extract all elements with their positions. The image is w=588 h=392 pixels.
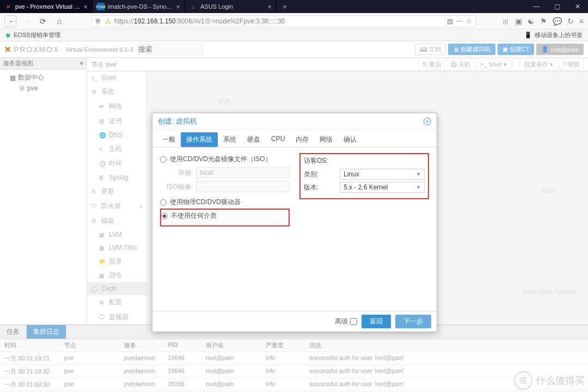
- extension-icon-2[interactable]: ⚑: [540, 17, 547, 26]
- dialog-tab-2[interactable]: 系统: [218, 132, 242, 147]
- tab-tasks[interactable]: 任务: [0, 325, 27, 339]
- home-button[interactable]: ⌂: [53, 17, 65, 26]
- dialog-tab-5[interactable]: 内存: [290, 132, 314, 147]
- shell-button[interactable]: >_Shell ▾: [476, 59, 511, 70]
- url-input[interactable]: ⛨ ⚠ https://192.168.1.150:8006/#v1:0:=no…: [91, 15, 476, 27]
- task-row[interactable]: 一月 30 21:19:21pvepvedaemon13646root@pami…: [0, 352, 588, 365]
- advanced-checkbox[interactable]: [350, 318, 357, 325]
- minimize-button[interactable]: —: [526, 0, 547, 13]
- bookmark-item[interactable]: ◉ EOSS报销单管理: [5, 31, 60, 39]
- create-ct-button[interactable]: ▣创建CT: [498, 44, 535, 55]
- chat-icon[interactable]: 💬: [553, 17, 562, 26]
- col-node[interactable]: 节点: [64, 341, 124, 350]
- nav-ceph-monitor[interactable]: 🖵监视器: [87, 310, 146, 324]
- radio-no-media[interactable]: 不使用任何介质: [161, 210, 272, 222]
- nav-zfs[interactable]: ▦ZFS: [87, 269, 146, 282]
- storage-select[interactable]: local: [196, 167, 290, 178]
- nav-forward-button[interactable]: →: [21, 17, 33, 26]
- nav-shell[interactable]: >_>_ ShellShell: [87, 71, 146, 84]
- nav-back-button[interactable]: ←: [4, 15, 16, 27]
- nav-syslog[interactable]: ≣Syslog: [87, 171, 146, 184]
- user-menu[interactable]: 👤root@pam: [536, 44, 584, 55]
- task-row[interactable]: 一月 30 21:18:32pvepvedaemon13646root@pami…: [0, 365, 588, 378]
- col-message[interactable]: 消息: [309, 341, 584, 350]
- radio-iso[interactable]: 使用CD/DVD光盘镜像文件（ISO）: [160, 153, 290, 166]
- field-label: 类别:: [304, 170, 336, 179]
- library-icon[interactable]: ⫼: [502, 17, 510, 26]
- mobile-bookmarks[interactable]: 📱 移动设备上的书签: [524, 31, 583, 39]
- tree-node-pve[interactable]: 🖥pve: [3, 83, 83, 93]
- nav-disks[interactable]: ⊟磁盘: [87, 213, 146, 228]
- restart-button[interactable]: ↻重启: [419, 59, 445, 70]
- sidebar-icon[interactable]: ▣: [515, 17, 522, 26]
- new-tab-button[interactable]: +: [277, 0, 293, 13]
- col-pid[interactable]: PID: [168, 341, 206, 350]
- nav-system[interactable]: ⚙系统: [87, 84, 146, 99]
- menu-icon[interactable]: ≡: [579, 17, 584, 26]
- close-icon[interactable]: ×: [267, 3, 272, 11]
- next-button[interactable]: 下一步: [395, 315, 431, 328]
- dialog-tab-4[interactable]: CPU: [266, 132, 290, 147]
- sync-icon[interactable]: ↻: [567, 17, 574, 26]
- extension-icon[interactable]: ☯: [528, 17, 535, 26]
- dialog-tab-7[interactable]: 确认: [338, 132, 362, 147]
- nav-lvm-thin[interactable]: ▦LVM-Thin: [87, 241, 146, 254]
- reload-button[interactable]: ⟳: [37, 17, 49, 26]
- power-icon: ⏻: [451, 61, 457, 68]
- tab-cluster-log[interactable]: 集群日志: [27, 325, 66, 339]
- close-icon[interactable]: ×: [83, 3, 88, 11]
- reader-icon[interactable]: ▤: [447, 17, 453, 25]
- window-controls: — ▢ ✕: [526, 0, 588, 13]
- browser-tab-0[interactable]: ✕ pve - Proxmox Virtual Enviro ×: [0, 0, 93, 13]
- guest-type-select[interactable]: Linux▼: [340, 169, 425, 180]
- nav-dns[interactable]: 🌐DNS: [87, 128, 146, 142]
- browser-tab-1[interactable]: DSM imatch-pve-DS - Synology D ×: [93, 0, 185, 13]
- col-severity[interactable]: 严重度: [266, 341, 309, 350]
- task-row[interactable]: 一月 30 21:03:32pvepvedaemon18186root@pami…: [0, 378, 588, 391]
- col-time[interactable]: 时间: [4, 341, 64, 350]
- nav-directory[interactable]: 📁目录: [87, 254, 146, 269]
- dialog-tab-0[interactable]: 一般: [157, 132, 181, 147]
- close-icon[interactable]: ×: [176, 3, 180, 11]
- back-button[interactable]: 返回: [362, 315, 391, 328]
- docs-button[interactable]: 📖文档: [415, 44, 446, 55]
- advanced-toggle[interactable]: 高级: [335, 317, 357, 326]
- col-user[interactable]: 用户名: [206, 341, 266, 350]
- iso-select[interactable]: [196, 181, 290, 192]
- maximize-button[interactable]: ▢: [547, 0, 567, 13]
- dialog-tab-6[interactable]: 网络: [314, 132, 338, 147]
- dialog-close-button[interactable]: ×: [424, 118, 431, 125]
- nav-network[interactable]: ⇄网络: [87, 99, 146, 114]
- close-window-button[interactable]: ✕: [567, 0, 588, 13]
- col-service[interactable]: 服务: [124, 341, 168, 350]
- global-search-input[interactable]: [138, 44, 203, 55]
- help-button[interactable]: ?帮助: [559, 59, 584, 70]
- ceph-icon: ◯: [91, 286, 98, 292]
- nav-updates[interactable]: ↻更新: [87, 184, 146, 199]
- dialog-tab-3[interactable]: 硬盘: [242, 132, 266, 147]
- nav-firewall[interactable]: 🛡防火墙›: [87, 199, 146, 213]
- create-vm-button[interactable]: 🖥创建虚拟机: [448, 44, 495, 55]
- browser-tab-2[interactable]: ⌂ ASUS Login ×: [185, 0, 277, 13]
- radio-physical[interactable]: 使用物理CD/DVD驱动器: [160, 196, 290, 209]
- nav-ceph-config[interactable]: ⚙配置: [87, 295, 146, 310]
- shutdown-button[interactable]: ⏻关机: [447, 59, 474, 70]
- watermark-badge-icon: 值: [514, 371, 532, 390]
- bulk-button[interactable]: ⋮批量操作 ▾: [513, 59, 557, 70]
- bookmark-star-icon[interactable]: ☆: [466, 17, 472, 25]
- more-icon[interactable]: ⋯: [456, 17, 463, 25]
- create-vm-dialog: 创建: 虚拟机 × 一般操作系统系统硬盘CPU内存网络确认 使用CD/DVD光盘…: [152, 113, 437, 332]
- advanced-label: 高级: [335, 317, 348, 326]
- dialog-footer: 高级 返回 下一步: [152, 311, 437, 332]
- nav-ceph[interactable]: ◯Ceph: [87, 282, 146, 295]
- tree-datacenter[interactable]: ▦数据中心: [3, 72, 83, 83]
- tree-view-selector[interactable]: 服务器视图 ▾: [0, 58, 87, 70]
- dialog-title-bar[interactable]: 创建: 虚拟机 ×: [152, 113, 437, 130]
- nav-certs[interactable]: ▤证书: [87, 114, 146, 128]
- tree-header-label: 服务器视图: [3, 59, 33, 68]
- nav-lvm[interactable]: ▦LVM: [87, 228, 146, 241]
- dialog-tab-1[interactable]: 操作系统: [181, 132, 218, 147]
- nav-hosts[interactable]: ≡主机: [87, 142, 146, 156]
- nav-time[interactable]: 🕒时间: [87, 156, 146, 171]
- guest-version-select[interactable]: 5.x - 2.6 Kernel▼: [340, 182, 425, 193]
